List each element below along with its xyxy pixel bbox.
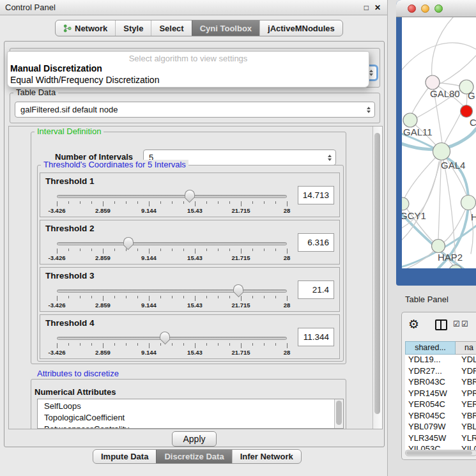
threshold-1-slider[interactable]: -3.4262.8599.14415.4321.71528 — [56, 188, 288, 214]
table-row[interactable]: YPR145WYPR1 — [405, 388, 476, 400]
tick-mark — [252, 343, 253, 346]
columns-icon[interactable] — [435, 319, 447, 330]
tab-network[interactable]: Network — [56, 20, 115, 36]
tick-mark — [229, 296, 230, 298]
network-node-h[interactable] — [461, 196, 476, 210]
network-node-hap2[interactable] — [432, 240, 445, 253]
attribute-item-topologicalcoefficient[interactable]: TopologicalCoefficient — [38, 412, 343, 424]
threshold-4-slider[interactable]: -3.4262.8599.14415.4321.71528 — [56, 330, 288, 356]
threshold-2-slider[interactable]: -3.4262.8599.14415.4321.71528 — [56, 236, 288, 261]
tick-mark — [172, 249, 173, 251]
threshold-2-value-field[interactable]: 6.316 — [298, 233, 334, 252]
cell-shared-name: YBR043C — [405, 377, 456, 388]
tab-select[interactable]: Select — [151, 20, 191, 36]
close-window-icon[interactable]: ✕ — [374, 4, 381, 12]
control-panel-titlebar: Control Panel □ ✕ — [0, 0, 387, 15]
slider-track[interactable] — [57, 195, 287, 198]
network-node-gcy1[interactable] — [402, 197, 409, 210]
threshold-3-slider[interactable]: -3.4262.8599.14415.4321.71528 — [56, 283, 288, 309]
table-body: YDL19...YDL1YDR27...YDR2YBR043CYBR0YPR14… — [405, 355, 476, 450]
table-horizontal-scrollbar[interactable] — [405, 450, 476, 456]
network-canvas[interactable]: GAL80GCGAL11GAL4GCY1HHAP2 — [402, 17, 476, 268]
tab-label: Infer Network — [240, 452, 293, 461]
thresholds-coordinates-title: Threshold's Coordinates for 5 Intervals — [41, 160, 188, 169]
tick-mark — [57, 201, 58, 206]
gear-icon[interactable]: ⚙ — [408, 318, 419, 332]
tab-impute-data[interactable]: Impute Data — [93, 450, 156, 463]
apply-button[interactable]: Apply — [172, 431, 216, 447]
tab-discretize-data[interactable]: Discretize Data — [156, 450, 231, 463]
table-row[interactable]: YDR27...YDR2 — [405, 366, 476, 378]
tick-mark — [229, 249, 230, 251]
tick-mark — [160, 296, 161, 298]
cell-shared-name: YPR145W — [405, 388, 456, 400]
numerical-attributes-list[interactable]: SelfLoopsTopologicalCoefficientBetweenne… — [37, 399, 344, 429]
slider-ticks — [57, 247, 287, 253]
slider-thumb[interactable] — [233, 284, 243, 297]
threshold-1-value-field[interactable]: 14.713 — [298, 186, 334, 204]
tab-infer-network[interactable]: Infer Network — [232, 450, 301, 463]
tick-mark — [160, 249, 161, 251]
menu-item-manual-discretization[interactable]: Manual Discretization — [8, 63, 369, 74]
network-node-c[interactable] — [461, 105, 473, 118]
network-node-gal11[interactable] — [403, 113, 417, 127]
threshold-3-value-field[interactable]: 21.4 — [298, 280, 334, 299]
zoom-traffic-light[interactable] — [434, 4, 443, 13]
tick-label: 9.144 — [141, 207, 157, 214]
attributes-list-scrollbar[interactable] — [334, 399, 343, 428]
tick-mark — [218, 343, 219, 346]
slider-thumb[interactable] — [185, 190, 195, 203]
tick-mark — [114, 296, 115, 298]
table-row[interactable]: YBR045CYBR0 — [405, 411, 476, 422]
table-row[interactable]: YLR345WYLR3 — [405, 433, 476, 445]
network-node-gal4[interactable] — [433, 143, 450, 160]
table-row[interactable]: YIL053CYIL0 — [405, 444, 476, 450]
tick-label: 28 — [284, 349, 291, 356]
select-all-checkbox-icon[interactable]: ☑ — [453, 320, 460, 328]
cell-name: YBR0 — [456, 411, 476, 422]
table-row[interactable]: YDL19...YDL1 — [405, 355, 476, 366]
threshold-4-value-field[interactable]: 11.344 — [298, 328, 334, 346]
tick-mark — [57, 249, 58, 254]
select-none-checkbox-icon[interactable]: ☑ — [461, 320, 468, 328]
settings-vertical-scrollbar[interactable] — [372, 127, 382, 429]
tick-label: -3.426 — [49, 349, 66, 356]
tab-jactivemnodules[interactable]: jActiveMNodules — [259, 20, 342, 36]
tick-mark — [68, 343, 69, 346]
attribute-item-selfloops[interactable]: SelfLoops — [38, 401, 343, 412]
table-row[interactable]: YBR043CYBR0 — [405, 377, 476, 388]
tick-mark — [264, 249, 265, 251]
table-row[interactable]: YBL079WYBL0 — [405, 422, 476, 433]
scrollbar-thumb[interactable] — [374, 133, 380, 414]
table-row[interactable]: YER054CYER0 — [405, 399, 476, 411]
tick-label: 21.715 — [231, 207, 250, 214]
menu-item-equal-width-frequency[interactable]: Equal Width/Frequency Discretization — [8, 74, 369, 86]
tick-label: 2.859 — [95, 302, 111, 309]
column-header-name[interactable]: na — [456, 341, 476, 355]
attribute-item-betweennesscentrality[interactable]: BetweennessCentrality — [38, 424, 343, 429]
float-window-icon[interactable]: □ — [364, 4, 369, 12]
slider-thumb[interactable] — [123, 237, 134, 250]
slider-track[interactable] — [57, 242, 287, 245]
column-header-shared-name[interactable]: shared... — [405, 341, 456, 355]
minimize-traffic-light[interactable] — [421, 4, 429, 13]
slider-thumb[interactable] — [160, 332, 170, 344]
tab-label: Discretize Data — [164, 452, 224, 461]
threshold-box-2: Threshold 2-3.4262.8599.14415.4321.71528… — [40, 220, 340, 265]
tick-label: 15.43 — [187, 302, 203, 309]
tick-mark — [137, 249, 138, 251]
scrollbar-thumb[interactable] — [406, 451, 472, 455]
tick-mark — [287, 249, 288, 254]
slider-track[interactable] — [57, 289, 287, 293]
slider-track[interactable] — [57, 337, 287, 340]
tab-style[interactable]: Style — [115, 20, 151, 36]
scrollbar-thumb[interactable] — [336, 401, 342, 425]
tick-mark — [206, 249, 207, 251]
tick-label: 2.859 — [95, 254, 111, 261]
table-data-combo[interactable]: galFiltered.sif default node — [15, 102, 375, 118]
combo-arrows-icon — [367, 107, 371, 113]
network-node-gal80[interactable] — [426, 75, 440, 89]
close-traffic-light[interactable] — [408, 4, 416, 13]
tab-cyni-toolbox[interactable]: Cyni Toolbox — [192, 20, 259, 36]
slider-ticks — [57, 200, 287, 206]
